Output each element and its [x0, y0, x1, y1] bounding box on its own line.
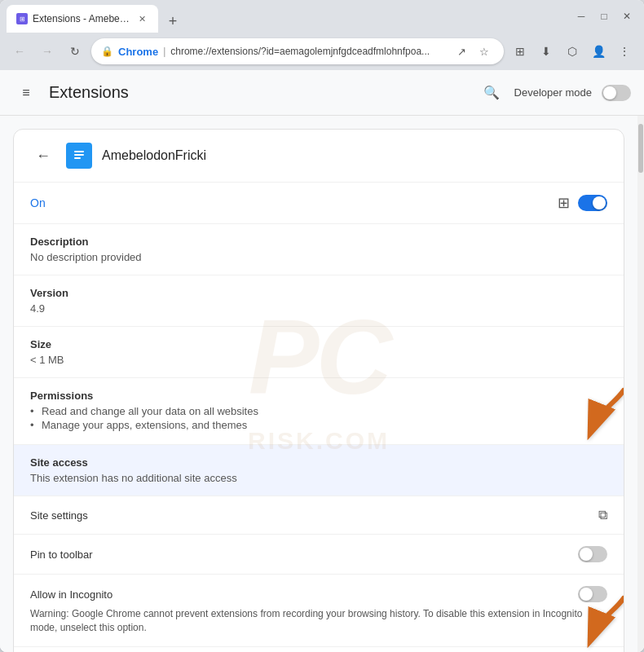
bookmark-button[interactable]: ☆	[474, 42, 494, 61]
extensions-button[interactable]: ⊞	[509, 40, 532, 63]
browser-window: ⊞ Extensions - AmebelodonFricki ✕ + ─ □ …	[0, 0, 644, 652]
profile-button[interactable]: 👤	[587, 40, 610, 63]
address-url: chrome://extensions/?id=aemagolemjnfgdce…	[170, 46, 430, 57]
size-section: Size < 1 MB	[14, 327, 624, 378]
pin-toolbar-toggle[interactable]	[578, 546, 607, 562]
address-brand: Chrome	[118, 46, 158, 58]
svg-rect-4	[74, 154, 84, 156]
extension-icon	[66, 143, 92, 169]
version-label: Version	[30, 287, 607, 299]
extension-name: AmebelodonFricki	[102, 148, 607, 163]
incognito-top: Allow in Incognito	[30, 586, 607, 602]
address-separator: |	[163, 46, 165, 57]
pin-toolbar-row: Pin to toolbar	[14, 535, 624, 575]
menu-button[interactable]: ⋮	[613, 40, 636, 63]
status-right: ⊞	[558, 194, 607, 212]
content-area: PC RISK.COM ←	[0, 116, 637, 652]
version-section: Version 4.9	[14, 275, 624, 327]
incognito-section: Allow in Incognito Warning: Google Chrom…	[14, 575, 624, 647]
version-value: 4.9	[30, 302, 607, 315]
toggle-thumb	[603, 86, 616, 99]
scrollbar-track[interactable]	[637, 116, 644, 652]
permission-item-1: Read and change all your data on all web…	[30, 405, 607, 417]
site-access-value: This extension has no additional site ac…	[30, 472, 607, 484]
external-link-icon: ⧉	[598, 508, 607, 522]
pin-toolbar-label: Pin to toolbar	[30, 548, 93, 561]
tab-close-button[interactable]: ✕	[135, 12, 148, 25]
titlebar: ⊞ Extensions - AmebelodonFricki ✕ + ─ □ …	[0, 0, 644, 33]
description-value: No description provided	[30, 251, 607, 263]
grid-icon: ⊞	[558, 194, 570, 212]
new-tab-button[interactable]: +	[161, 10, 184, 33]
extensions-header: ≡ Extensions 🔍 Developer mode	[0, 70, 644, 116]
incognito-warning: Warning: Google Chrome cannot prevent ex…	[30, 607, 607, 635]
incognito-toggle-thumb	[580, 588, 593, 601]
hamburger-button[interactable]: ≡	[13, 80, 39, 106]
size-value: < 1 MB	[30, 354, 607, 366]
permissions-list: Read and change all your data on all web…	[30, 405, 607, 431]
search-button[interactable]: 🔍	[479, 80, 505, 106]
scrollbar-thumb[interactable]	[638, 124, 643, 173]
enable-toggle-thumb	[593, 196, 606, 209]
site-settings-label: Site settings	[30, 509, 88, 522]
svg-text:⊞: ⊞	[20, 15, 25, 23]
pin-toggle-thumb	[580, 548, 593, 561]
permission-item-2: Manage your apps, extensions, and themes	[30, 419, 607, 431]
security-icon: 🔒	[101, 46, 113, 57]
header-right: 🔍 Developer mode	[479, 80, 631, 106]
extension-enable-toggle[interactable]	[578, 195, 607, 211]
window-controls: ─ □ ✕	[571, 6, 637, 27]
site-access-section: Site access This extension has no additi…	[14, 445, 624, 496]
size-label: Size	[30, 338, 607, 350]
addressbar: ← → ↻ 🔒 Chrome | chrome://extensions/?id…	[0, 33, 644, 70]
extension-card: ← AmebelodonFricki	[13, 129, 624, 652]
close-button[interactable]: ✕	[616, 6, 637, 27]
page-title: Extensions	[49, 83, 479, 102]
card-header: ← AmebelodonFricki	[14, 130, 624, 183]
address-field[interactable]: 🔒 Chrome | chrome://extensions/?id=aemag…	[91, 38, 504, 64]
active-tab[interactable]: ⊞ Extensions - AmebelodonFricki ✕	[7, 5, 158, 33]
status-label: On	[30, 196, 46, 209]
permissions-label: Permissions	[30, 390, 607, 402]
back-button[interactable]: ←	[30, 143, 56, 169]
forward-button[interactable]: →	[36, 40, 59, 63]
description-section: Description No description provided	[14, 224, 624, 275]
tabs-area: ⊞ Extensions - AmebelodonFricki ✕ +	[7, 0, 571, 33]
toolbar-actions: ⊞ ⬇ ⬡ 👤 ⋮	[509, 40, 636, 63]
svg-rect-3	[74, 151, 84, 152]
address-actions: ↗ ☆	[452, 42, 494, 61]
maximize-button[interactable]: □	[593, 6, 615, 27]
download-button[interactable]: ⬇	[535, 40, 558, 63]
svg-rect-5	[74, 157, 81, 159]
main-content: ≡ Extensions 🔍 Developer mode PC RISK.CO…	[0, 70, 644, 652]
developer-mode-label: Developer mode	[514, 86, 592, 99]
reload-button[interactable]: ↻	[64, 40, 86, 63]
tab-search-button[interactable]: ⬡	[561, 40, 584, 63]
incognito-toggle[interactable]	[578, 586, 607, 602]
tab-favicon: ⊞	[16, 13, 28, 24]
page-wrapper: ≡ Extensions 🔍 Developer mode PC RISK.CO…	[0, 70, 644, 652]
permissions-section: Permissions Read and change all your dat…	[14, 378, 624, 445]
minimize-button[interactable]: ─	[571, 6, 592, 27]
developer-mode-toggle[interactable]	[602, 85, 631, 101]
back-button[interactable]: ←	[8, 40, 31, 63]
description-label: Description	[30, 236, 607, 248]
site-access-label: Site access	[30, 456, 607, 469]
incognito-label: Allow in Incognito	[30, 588, 112, 601]
tab-title: Extensions - AmebelodonFricki	[33, 13, 130, 24]
site-settings-row[interactable]: Site settings ⧉	[14, 496, 624, 535]
status-row: On ⊞	[14, 183, 624, 224]
source-section: Source Not from Chrome Web Store.	[14, 647, 624, 652]
share-button[interactable]: ↗	[452, 42, 471, 61]
